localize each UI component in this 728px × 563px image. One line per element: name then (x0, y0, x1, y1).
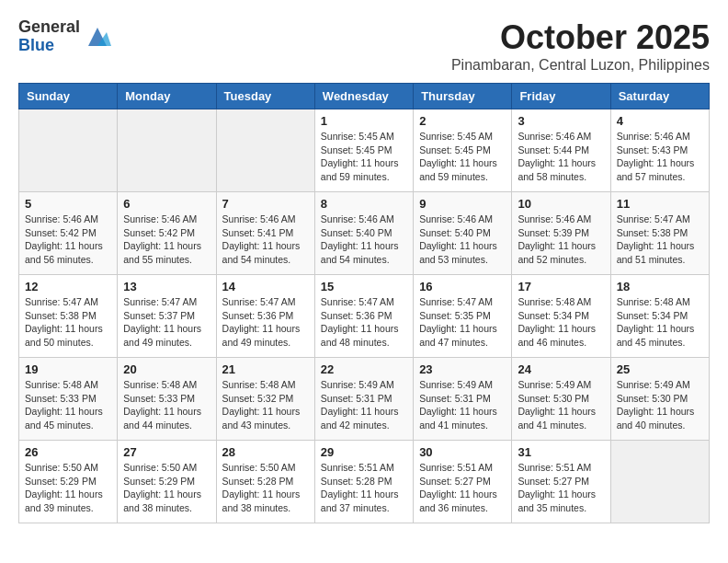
cell-info: Sunrise: 5:48 AM Sunset: 5:33 PM Dayligh… (123, 378, 210, 432)
logo-blue: Blue (18, 37, 80, 55)
cell-info: Sunrise: 5:49 AM Sunset: 5:31 PM Dayligh… (419, 378, 506, 432)
weekday-header-tuesday: Tuesday (216, 84, 314, 109)
calendar-cell: 13Sunrise: 5:47 AM Sunset: 5:37 PM Dayli… (118, 275, 216, 358)
day-number: 28 (222, 445, 309, 459)
cell-info: Sunrise: 5:51 AM Sunset: 5:27 PM Dayligh… (419, 461, 506, 515)
calendar-cell: 25Sunrise: 5:49 AM Sunset: 5:30 PM Dayli… (610, 358, 709, 441)
day-number: 4 (617, 114, 703, 128)
calendar-week-5: 26Sunrise: 5:50 AM Sunset: 5:29 PM Dayli… (19, 441, 710, 523)
day-number: 19 (25, 362, 111, 376)
calendar-week-4: 19Sunrise: 5:48 AM Sunset: 5:33 PM Dayli… (19, 358, 710, 441)
cell-info: Sunrise: 5:45 AM Sunset: 5:45 PM Dayligh… (419, 130, 506, 184)
calendar-cell: 16Sunrise: 5:47 AM Sunset: 5:35 PM Dayli… (414, 275, 512, 358)
weekday-header-wednesday: Wednesday (314, 84, 413, 109)
cell-info: Sunrise: 5:46 AM Sunset: 5:42 PM Dayligh… (123, 213, 210, 267)
calendar-cell: 21Sunrise: 5:48 AM Sunset: 5:32 PM Dayli… (216, 358, 314, 441)
cell-info: Sunrise: 5:48 AM Sunset: 5:34 PM Dayligh… (518, 295, 604, 350)
day-number: 1 (321, 114, 407, 128)
calendar-cell: 31Sunrise: 5:51 AM Sunset: 5:27 PM Dayli… (512, 441, 610, 523)
calendar-cell: 26Sunrise: 5:50 AM Sunset: 5:29 PM Dayli… (19, 441, 118, 523)
calendar-cell (19, 109, 118, 192)
cell-info: Sunrise: 5:49 AM Sunset: 5:30 PM Dayligh… (617, 378, 703, 432)
cell-info: Sunrise: 5:49 AM Sunset: 5:31 PM Dayligh… (321, 378, 407, 432)
cell-info: Sunrise: 5:47 AM Sunset: 5:36 PM Dayligh… (222, 295, 309, 350)
calendar-cell: 15Sunrise: 5:47 AM Sunset: 5:36 PM Dayli… (314, 275, 413, 358)
month-title: October 2025 (451, 18, 710, 57)
cell-info: Sunrise: 5:46 AM Sunset: 5:43 PM Dayligh… (617, 130, 703, 184)
cell-info: Sunrise: 5:48 AM Sunset: 5:33 PM Dayligh… (25, 378, 111, 432)
day-number: 18 (617, 280, 703, 293)
day-number: 14 (222, 280, 309, 293)
cell-info: Sunrise: 5:47 AM Sunset: 5:36 PM Dayligh… (321, 295, 407, 350)
day-number: 10 (518, 197, 604, 211)
calendar-cell: 27Sunrise: 5:50 AM Sunset: 5:29 PM Dayli… (118, 441, 216, 523)
day-number: 8 (321, 197, 407, 211)
cell-info: Sunrise: 5:47 AM Sunset: 5:37 PM Dayligh… (123, 295, 210, 350)
cell-info: Sunrise: 5:48 AM Sunset: 5:34 PM Dayligh… (617, 295, 703, 350)
weekday-header-monday: Monday (118, 84, 216, 109)
calendar-cell: 3Sunrise: 5:46 AM Sunset: 5:44 PM Daylig… (512, 109, 610, 192)
calendar-table: SundayMondayTuesdayWednesdayThursdayFrid… (18, 83, 710, 523)
weekday-header-friday: Friday (512, 84, 610, 109)
cell-info: Sunrise: 5:50 AM Sunset: 5:28 PM Dayligh… (222, 461, 309, 515)
calendar-cell: 8Sunrise: 5:46 AM Sunset: 5:40 PM Daylig… (314, 192, 413, 275)
calendar-cell: 20Sunrise: 5:48 AM Sunset: 5:33 PM Dayli… (118, 358, 216, 441)
day-number: 25 (617, 362, 703, 376)
day-number: 6 (123, 197, 210, 211)
calendar-cell: 19Sunrise: 5:48 AM Sunset: 5:33 PM Dayli… (19, 358, 118, 441)
cell-info: Sunrise: 5:51 AM Sunset: 5:27 PM Dayligh… (518, 461, 604, 515)
calendar-cell: 14Sunrise: 5:47 AM Sunset: 5:36 PM Dayli… (216, 275, 314, 358)
calendar-week-1: 1Sunrise: 5:45 AM Sunset: 5:45 PM Daylig… (19, 109, 710, 192)
cell-info: Sunrise: 5:46 AM Sunset: 5:39 PM Dayligh… (518, 213, 604, 267)
day-number: 17 (518, 280, 604, 293)
calendar-week-2: 5Sunrise: 5:46 AM Sunset: 5:42 PM Daylig… (19, 192, 710, 275)
cell-info: Sunrise: 5:46 AM Sunset: 5:41 PM Dayligh… (222, 213, 309, 267)
title-block: October 2025 Pinambaran, Central Luzon, … (451, 18, 710, 74)
weekday-header-saturday: Saturday (610, 84, 709, 109)
cell-info: Sunrise: 5:45 AM Sunset: 5:45 PM Dayligh… (321, 130, 407, 184)
calendar-cell: 24Sunrise: 5:49 AM Sunset: 5:30 PM Dayli… (512, 358, 610, 441)
day-number: 9 (419, 197, 506, 211)
calendar-cell: 10Sunrise: 5:46 AM Sunset: 5:39 PM Dayli… (512, 192, 610, 275)
day-number: 13 (123, 280, 210, 293)
calendar-cell: 9Sunrise: 5:46 AM Sunset: 5:40 PM Daylig… (414, 192, 512, 275)
cell-info: Sunrise: 5:51 AM Sunset: 5:28 PM Dayligh… (321, 461, 407, 515)
day-number: 16 (419, 280, 506, 293)
logo: General Blue (18, 18, 111, 55)
calendar-cell: 30Sunrise: 5:51 AM Sunset: 5:27 PM Dayli… (414, 441, 512, 523)
cell-info: Sunrise: 5:50 AM Sunset: 5:29 PM Dayligh… (123, 461, 210, 515)
calendar-cell: 29Sunrise: 5:51 AM Sunset: 5:28 PM Dayli… (314, 441, 413, 523)
day-number: 20 (123, 362, 210, 376)
cell-info: Sunrise: 5:46 AM Sunset: 5:44 PM Dayligh… (518, 130, 604, 184)
calendar-cell: 18Sunrise: 5:48 AM Sunset: 5:34 PM Dayli… (610, 275, 709, 358)
cell-info: Sunrise: 5:47 AM Sunset: 5:38 PM Dayligh… (617, 213, 703, 267)
day-number: 3 (518, 114, 604, 128)
location-title: Pinambaran, Central Luzon, Philippines (451, 57, 710, 74)
calendar-cell: 22Sunrise: 5:49 AM Sunset: 5:31 PM Dayli… (314, 358, 413, 441)
day-number: 7 (222, 197, 309, 211)
weekday-header-sunday: Sunday (19, 84, 118, 109)
calendar-cell: 23Sunrise: 5:49 AM Sunset: 5:31 PM Dayli… (414, 358, 512, 441)
cell-info: Sunrise: 5:50 AM Sunset: 5:29 PM Dayligh… (25, 461, 111, 515)
calendar-cell: 1Sunrise: 5:45 AM Sunset: 5:45 PM Daylig… (314, 109, 413, 192)
day-number: 22 (321, 362, 407, 376)
day-number: 29 (321, 445, 407, 459)
calendar-cell: 28Sunrise: 5:50 AM Sunset: 5:28 PM Dayli… (216, 441, 314, 523)
cell-info: Sunrise: 5:49 AM Sunset: 5:30 PM Dayligh… (518, 378, 604, 432)
weekday-header-thursday: Thursday (414, 84, 512, 109)
calendar-cell: 17Sunrise: 5:48 AM Sunset: 5:34 PM Dayli… (512, 275, 610, 358)
day-number: 2 (419, 114, 506, 128)
cell-info: Sunrise: 5:46 AM Sunset: 5:42 PM Dayligh… (25, 213, 111, 267)
cell-info: Sunrise: 5:48 AM Sunset: 5:32 PM Dayligh… (222, 378, 309, 432)
day-number: 21 (222, 362, 309, 376)
calendar-cell: 6Sunrise: 5:46 AM Sunset: 5:42 PM Daylig… (118, 192, 216, 275)
day-number: 31 (518, 445, 604, 459)
day-number: 12 (25, 280, 111, 293)
day-number: 26 (25, 445, 111, 459)
calendar-cell (118, 109, 216, 192)
calendar-cell: 7Sunrise: 5:46 AM Sunset: 5:41 PM Daylig… (216, 192, 314, 275)
calendar-week-3: 12Sunrise: 5:47 AM Sunset: 5:38 PM Dayli… (19, 275, 710, 358)
cell-info: Sunrise: 5:47 AM Sunset: 5:35 PM Dayligh… (419, 295, 506, 350)
calendar-cell: 11Sunrise: 5:47 AM Sunset: 5:38 PM Dayli… (610, 192, 709, 275)
cell-info: Sunrise: 5:46 AM Sunset: 5:40 PM Dayligh… (419, 213, 506, 267)
